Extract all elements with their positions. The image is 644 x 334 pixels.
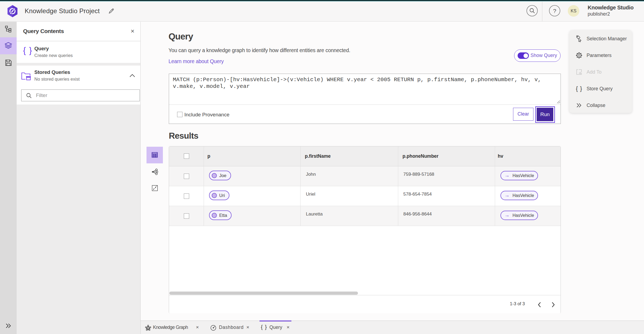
svg-text:?: ? bbox=[553, 8, 556, 14]
